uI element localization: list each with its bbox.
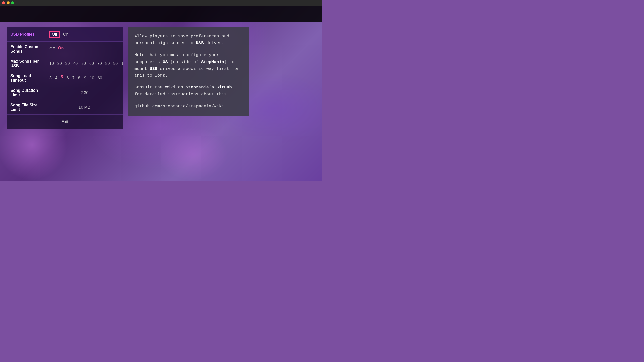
- val-max-songs-per-usb-40[interactable]: 40: [73, 61, 78, 66]
- info-paragraph: Consult the Wiki on StepMania's GitHub f…: [134, 84, 242, 98]
- val-enable-custom-songs-Off[interactable]: Off: [49, 47, 55, 51]
- val-song-load-timeout-6[interactable]: 6: [67, 76, 69, 80]
- option-label-song-file-size-limit: Song File Size Limit: [7, 100, 46, 114]
- val-max-songs-per-usb-60[interactable]: 60: [89, 61, 94, 66]
- exit-label: Exit: [59, 117, 71, 127]
- option-values-enable-custom-songs: OffOn: [46, 43, 123, 55]
- option-values-max-songs-per-usb: 1020304050607080901001000: [46, 58, 123, 69]
- option-row-song-duration-limit[interactable]: Song Duration Limit2:30: [7, 85, 123, 100]
- minimize-button[interactable]: [7, 1, 10, 4]
- val-max-songs-per-usb-80[interactable]: 80: [105, 61, 110, 66]
- val-max-songs-per-usb-100[interactable]: 100: [121, 61, 123, 66]
- main-content: USB ProfilesOffOnEnable Custom SongsOffO…: [0, 22, 322, 181]
- page-title-bar: [0, 6, 322, 22]
- val-song-load-timeout-60[interactable]: 60: [98, 76, 102, 80]
- val-song-load-timeout-4[interactable]: 4: [55, 76, 57, 80]
- val-song-load-timeout-10[interactable]: 10: [90, 76, 94, 80]
- val-song-load-timeout-3[interactable]: 3: [49, 76, 52, 80]
- info-panel: Allow players to save preferences and pe…: [128, 27, 249, 116]
- option-row-enable-custom-songs[interactable]: Enable Custom SongsOffOn: [7, 42, 123, 56]
- val-max-songs-per-usb-70[interactable]: 70: [97, 61, 102, 66]
- option-label-usb-profiles: USB Profiles: [7, 30, 46, 39]
- option-row-max-songs-per-usb[interactable]: Max Songs per USB10203040506070809010010…: [7, 56, 123, 71]
- titlebar: [0, 0, 322, 6]
- option-label-song-load-timeout: Song Load Timeout: [7, 71, 46, 85]
- options-panel: USB ProfilesOffOnEnable Custom SongsOffO…: [7, 27, 123, 129]
- option-label-song-duration-limit: Song Duration Limit: [7, 86, 46, 100]
- val-max-songs-per-usb-50[interactable]: 50: [81, 61, 86, 66]
- option-values-song-load-timeout: 34567891060: [46, 72, 123, 84]
- info-paragraph: Allow players to save preferences and pe…: [134, 33, 242, 47]
- val-song-load-timeout-5[interactable]: 5: [61, 75, 63, 81]
- val-song-load-timeout-9[interactable]: 9: [84, 76, 86, 80]
- info-paragraph: Note that you must configure your comput…: [134, 52, 242, 79]
- option-row-song-load-timeout[interactable]: Song Load Timeout34567891060: [7, 71, 123, 85]
- val-usb-profiles-On[interactable]: On: [63, 32, 68, 37]
- option-value-song-file-size-limit: 10 MB: [46, 103, 123, 112]
- val-song-load-timeout-7[interactable]: 7: [72, 76, 75, 80]
- val-max-songs-per-usb-90[interactable]: 90: [113, 61, 118, 66]
- close-button[interactable]: [2, 1, 5, 4]
- option-label-enable-custom-songs: Enable Custom Songs: [7, 42, 46, 56]
- val-song-load-timeout-8[interactable]: 8: [78, 76, 80, 80]
- val-max-songs-per-usb-20[interactable]: 20: [57, 61, 62, 66]
- option-values-usb-profiles: OffOn: [46, 29, 123, 40]
- maximize-button[interactable]: [11, 1, 14, 4]
- val-enable-custom-songs-On[interactable]: On: [58, 46, 64, 52]
- window-controls: [2, 1, 14, 4]
- option-value-song-duration-limit: 2:30: [46, 88, 123, 98]
- val-usb-profiles-Off[interactable]: Off: [49, 31, 60, 38]
- val-max-songs-per-usb-30[interactable]: 30: [65, 61, 70, 66]
- option-label-max-songs-per-usb: Max Songs per USB: [7, 57, 46, 71]
- option-row-exit[interactable]: Exit: [7, 115, 123, 129]
- info-paragraph: github.com/stepmania/stepmania/wiki: [134, 103, 242, 110]
- val-max-songs-per-usb-10[interactable]: 10: [49, 61, 54, 66]
- option-row-song-file-size-limit[interactable]: Song File Size Limit10 MB: [7, 100, 123, 115]
- info-text: Allow players to save preferences and pe…: [134, 33, 242, 110]
- option-row-usb-profiles[interactable]: USB ProfilesOffOn: [7, 27, 123, 42]
